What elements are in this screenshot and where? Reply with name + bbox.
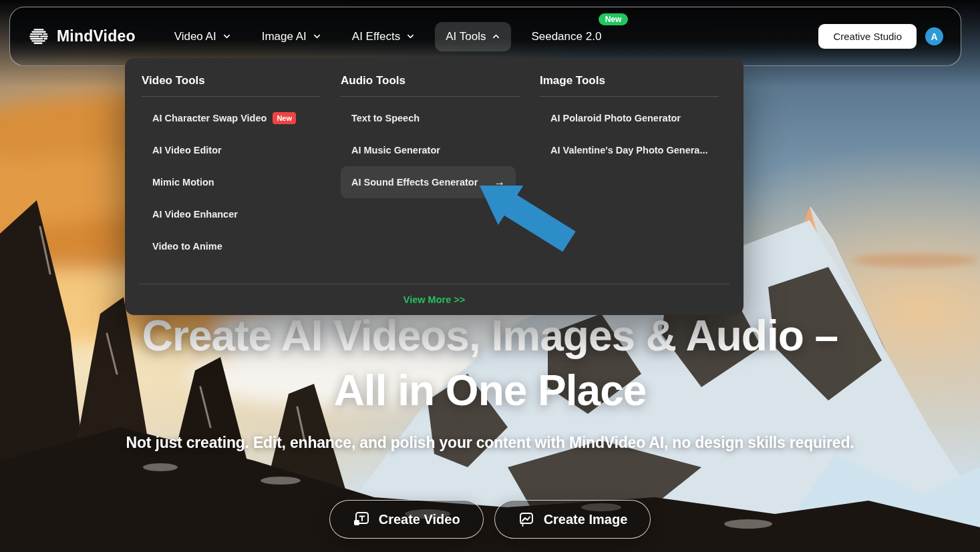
menu-item-ai-valentine-s-day-photo-genera[interactable]: AI Valentine's Day Photo Genera... xyxy=(540,134,719,166)
menu-item-ai-video-editor[interactable]: AI Video Editor xyxy=(142,134,232,166)
hero-title: Create AI Videos, Images & Audio – All i… xyxy=(0,308,980,418)
cta-row: Create Video Create Image xyxy=(0,500,980,539)
menu-item-label: AI Video Enhancer xyxy=(152,209,238,220)
chevron-down-icon xyxy=(222,32,231,41)
new-badge: New xyxy=(273,112,296,124)
view-more-link[interactable]: View More >> xyxy=(403,294,465,305)
brand-name: MindVideo xyxy=(57,27,136,45)
menu-item-label: AI Valentine's Day Photo Genera... xyxy=(550,145,708,156)
menu-item-video-to-anime[interactable]: Video to Anime xyxy=(142,230,233,262)
menu-item-ai-sound-effects-generator[interactable]: AI Sound Effects Generator→ xyxy=(341,166,516,198)
mindvideo-logo-icon xyxy=(27,25,50,48)
new-badge: New xyxy=(599,13,629,25)
chevron-down-icon xyxy=(406,32,415,41)
nav-right: Creative Studio A xyxy=(818,24,943,49)
chevron-down-icon xyxy=(313,32,321,41)
menu-column-video-tools: Video ToolsAI Character Swap VideoNewAI … xyxy=(142,74,321,262)
hero-title-line1: Create AI Videos, Images & Audio – xyxy=(0,308,980,363)
menu-item-ai-polaroid-photo-generator[interactable]: AI Polaroid Photo Generator xyxy=(540,102,691,134)
create-image-label: Create Image xyxy=(544,512,628,527)
menu-item-ai-character-swap-video[interactable]: AI Character Swap VideoNew xyxy=(142,102,307,134)
menu-columns: Video ToolsAI Character Swap VideoNewAI … xyxy=(142,74,727,262)
nav-item-video-ai[interactable]: Video AI xyxy=(164,22,242,51)
create-image-button[interactable]: Create Image xyxy=(494,500,651,539)
menu-footer: View More >> xyxy=(139,284,729,315)
hero-title-line2: All in One Place xyxy=(0,363,980,418)
menu-column-image-tools: Image ToolsAI Polaroid Photo GeneratorAI… xyxy=(540,74,719,262)
create-video-label: Create Video xyxy=(379,512,460,527)
hero-subtitle: Not just creating. Edit, enhance, and po… xyxy=(0,434,980,452)
nav-item-ai-effects[interactable]: AI Effects xyxy=(341,22,426,51)
menu-item-text-to-speech[interactable]: Text to Speech xyxy=(341,102,430,134)
menu-item-list: AI Character Swap VideoNewAI Video Edito… xyxy=(142,102,321,262)
create-video-button[interactable]: Create Video xyxy=(329,500,484,539)
nav-item-label: Image AI xyxy=(262,30,307,43)
navbar: MindVideo Video AI Image AI AI Effects A… xyxy=(9,7,961,66)
menu-column-audio-tools: Audio ToolsText to SpeechAI Music Genera… xyxy=(341,74,520,262)
text-to-image-icon xyxy=(518,511,535,528)
nav-item-label: Seedance 2.0 xyxy=(531,30,601,43)
page: Create AI Videos, Images & Audio – All i… xyxy=(0,0,980,552)
menu-item-list: Text to SpeechAI Music GeneratorAI Sound… xyxy=(341,102,520,198)
nav-item-label: AI Tools xyxy=(446,30,486,43)
menu-item-label: Text to Speech xyxy=(351,113,420,123)
menu-column-divider xyxy=(540,96,719,97)
nav-item-label: AI Effects xyxy=(352,30,400,43)
chevron-up-icon xyxy=(492,32,500,41)
menu-item-label: AI Character Swap Video xyxy=(152,113,267,123)
menu-item-label: AI Video Editor xyxy=(152,145,222,156)
ai-tools-menu-panel: Video ToolsAI Character Swap VideoNewAI … xyxy=(125,58,744,315)
menu-item-label: Video to Anime xyxy=(152,241,222,252)
menu-item-ai-music-generator[interactable]: AI Music Generator xyxy=(341,134,451,166)
avatar[interactable]: A xyxy=(925,27,943,45)
menu-item-label: Mimic Motion xyxy=(152,177,214,188)
nav-item-ai-tools[interactable]: AI Tools xyxy=(435,22,511,51)
menu-column-divider xyxy=(142,96,321,97)
menu-column-heading: Audio Tools xyxy=(341,74,520,87)
text-to-video-icon xyxy=(353,511,370,528)
hero-section: Create AI Videos, Images & Audio – All i… xyxy=(0,308,980,452)
nav-item-label: Video AI xyxy=(174,30,216,43)
nav-item-image-ai[interactable]: Image AI xyxy=(251,22,332,51)
menu-item-list: AI Polaroid Photo GeneratorAI Valentine'… xyxy=(540,102,719,166)
menu-column-heading: Image Tools xyxy=(540,74,719,87)
menu-column-heading: Video Tools xyxy=(142,74,321,87)
creative-studio-button[interactable]: Creative Studio xyxy=(818,24,917,49)
menu-item-label: AI Music Generator xyxy=(351,145,440,156)
nav-links: Video AI Image AI AI Effects AI Tools Se… xyxy=(164,22,613,51)
menu-item-label: AI Polaroid Photo Generator xyxy=(550,113,681,123)
nav-item-seedance-2-0[interactable]: Seedance 2.0New xyxy=(520,22,612,51)
brand-logo[interactable]: MindVideo xyxy=(27,25,136,48)
right-arrow-icon: → xyxy=(494,176,505,189)
menu-item-label: AI Sound Effects Generator xyxy=(351,177,478,188)
menu-item-ai-video-enhancer[interactable]: AI Video Enhancer xyxy=(142,198,249,230)
menu-column-divider xyxy=(341,96,520,97)
menu-item-mimic-motion[interactable]: Mimic Motion xyxy=(142,166,225,198)
